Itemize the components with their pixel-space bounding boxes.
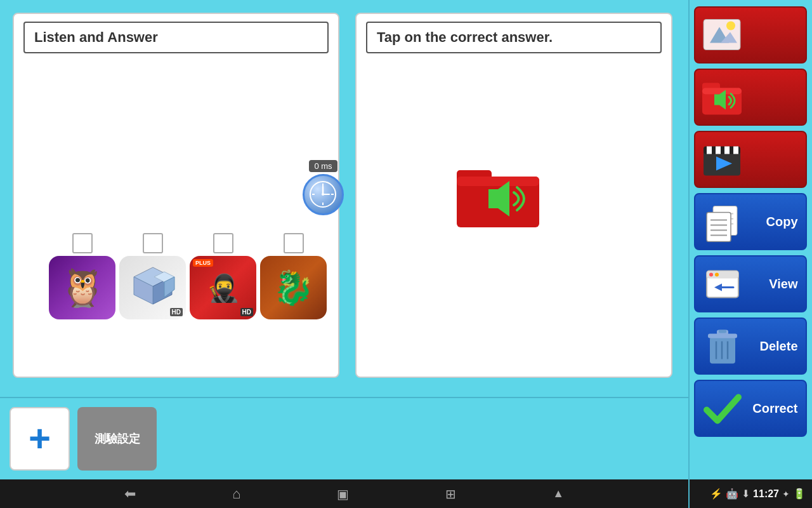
copy-icon-container bbox=[698, 198, 746, 246]
dragon-emoji: 🐉 bbox=[273, 269, 314, 307]
right-panel: Tap on the correct answer. bbox=[355, 13, 672, 378]
app-checkbox-2[interactable] bbox=[143, 233, 163, 253]
video-button[interactable] bbox=[694, 131, 807, 188]
image-button[interactable] bbox=[694, 6, 807, 64]
status-time: 11:27 bbox=[753, 488, 779, 500]
right-panel-instruction: Tap on the correct answer. bbox=[366, 22, 662, 53]
app-slot-1: 🦉 bbox=[49, 233, 115, 319]
add-button[interactable]: + bbox=[10, 407, 70, 471]
nav-home-icon[interactable]: ⌂ bbox=[232, 486, 240, 502]
svg-point-44 bbox=[709, 273, 713, 277]
sound-icon-right-panel[interactable] bbox=[454, 161, 542, 231]
bluetooth-icon: ✦ bbox=[782, 489, 790, 499]
delete-label: Delete bbox=[759, 339, 797, 354]
app-icon-blocks[interactable]: HD bbox=[119, 256, 186, 319]
app-checkbox-1[interactable] bbox=[72, 233, 93, 253]
clock-svg bbox=[309, 180, 337, 209]
app-icon-owl[interactable]: 🦉 bbox=[49, 256, 115, 319]
nav-recents-icon[interactable]: ▣ bbox=[337, 486, 349, 502]
hd-badge-shooter: HD bbox=[240, 308, 253, 316]
android-icon: 🤖 bbox=[726, 488, 738, 500]
sound-button[interactable] bbox=[694, 69, 807, 126]
nav-apps-icon[interactable]: ⊞ bbox=[445, 486, 456, 502]
image-icon-svg bbox=[700, 15, 743, 56]
video-icon-container bbox=[698, 136, 746, 184]
view-icon-container bbox=[698, 260, 746, 308]
timer-label: 0 ms bbox=[309, 160, 337, 172]
image-icon-container bbox=[698, 11, 746, 59]
nav-up-icon[interactable]: ▲ bbox=[553, 487, 564, 500]
timer-badge: 0 ms bbox=[303, 160, 344, 215]
correct-label: Correct bbox=[752, 401, 797, 416]
view-button[interactable]: View bbox=[694, 255, 807, 312]
correct-button[interactable]: Correct bbox=[694, 380, 807, 437]
copy-icon-svg bbox=[702, 201, 743, 243]
usb-icon: ⚡ bbox=[710, 488, 723, 500]
shooter-emoji: 🥷 bbox=[207, 272, 240, 304]
app-slot-3: 🥷 HD PLUS bbox=[190, 233, 256, 319]
delete-icon-svg bbox=[705, 326, 740, 367]
nav-left-section: ⬅ ⌂ ▣ ⊞ ▲ bbox=[0, 486, 688, 502]
right-sidebar: Copy View bbox=[688, 0, 812, 479]
left-panel: Listen and Answer 🦉 bbox=[13, 13, 339, 378]
nav-bar: ⬅ ⌂ ▣ ⊞ ▲ ⚡ 🤖 ⬇ 11:27 ✦ 🔋 bbox=[0, 479, 812, 508]
svg-rect-28 bbox=[707, 147, 712, 154]
svg-rect-30 bbox=[724, 147, 730, 154]
sound-folder-svg bbox=[454, 161, 542, 231]
correct-icon-container bbox=[698, 385, 746, 432]
delete-button[interactable]: Delete bbox=[694, 318, 807, 375]
svg-rect-29 bbox=[716, 147, 721, 154]
correct-icon-svg bbox=[702, 388, 743, 429]
owl-emoji: 🦉 bbox=[60, 266, 105, 309]
svg-point-12 bbox=[322, 193, 324, 196]
sound-icon-container bbox=[698, 74, 746, 121]
app-checkbox-3[interactable] bbox=[213, 233, 233, 253]
delete-icon-container bbox=[698, 323, 746, 370]
app-slot-4: 🐉 bbox=[260, 233, 327, 319]
app-checkbox-4[interactable] bbox=[284, 233, 304, 253]
app-icon-shooter[interactable]: 🥷 HD PLUS bbox=[190, 256, 256, 319]
sidebar-separator bbox=[688, 0, 690, 508]
download-icon: ⬇ bbox=[742, 488, 750, 500]
app-slot-2: HD bbox=[119, 233, 186, 319]
video-icon-svg bbox=[700, 139, 743, 180]
timer-clock-icon[interactable] bbox=[303, 174, 344, 215]
nav-back-icon[interactable]: ⬅ bbox=[124, 486, 136, 502]
settings-button[interactable]: 測驗設定 bbox=[77, 407, 157, 471]
add-plus-icon: + bbox=[29, 420, 51, 458]
svg-rect-31 bbox=[733, 147, 738, 154]
settings-label: 測驗設定 bbox=[95, 431, 140, 446]
status-bar: ⚡ 🤖 ⬇ 11:27 ✦ 🔋 bbox=[688, 488, 812, 500]
view-label: View bbox=[769, 277, 797, 291]
left-panel-title: Listen and Answer bbox=[23, 22, 329, 53]
plus-badge: PLUS bbox=[193, 259, 213, 267]
hd-badge-blocks: HD bbox=[170, 308, 183, 316]
view-icon-svg bbox=[702, 264, 743, 305]
svg-rect-15 bbox=[457, 177, 539, 186]
battery-icon: 🔋 bbox=[793, 488, 806, 500]
bottom-bar: + 測驗設定 bbox=[0, 397, 688, 479]
apps-row: 🦉 HD bbox=[49, 233, 327, 319]
copy-button[interactable]: Copy bbox=[694, 193, 807, 250]
app-icon-dragon[interactable]: 🐉 bbox=[260, 256, 327, 319]
svg-rect-54 bbox=[719, 330, 726, 333]
svg-point-21 bbox=[726, 22, 735, 30]
sound-icon-svg bbox=[700, 77, 743, 118]
svg-point-45 bbox=[715, 273, 719, 277]
copy-label: Copy bbox=[766, 215, 798, 229]
svg-rect-37 bbox=[707, 213, 731, 242]
blocks-svg bbox=[128, 264, 178, 312]
